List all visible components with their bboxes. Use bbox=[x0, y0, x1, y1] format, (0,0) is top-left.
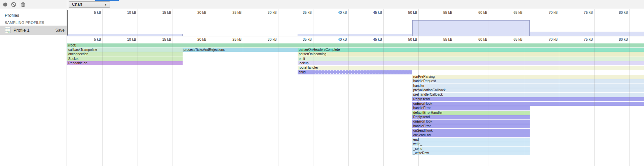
flame-frame-handler[interactable]: handler bbox=[412, 84, 644, 88]
flame-frame-label: Socket bbox=[67, 57, 183, 61]
toolbar-divider bbox=[18, 2, 18, 7]
flame-frame-label: handleError bbox=[412, 106, 530, 110]
frame-dotted-texture bbox=[313, 70, 412, 74]
flame-frame-reply-send[interactable]: Reply.send bbox=[412, 97, 644, 101]
flame-frame-onerrorhook[interactable]: onErrorHook bbox=[412, 102, 644, 106]
flame-frame-callbacktrampoline[interactable]: callbackTrampoline bbox=[67, 48, 183, 52]
flame-frame-label: _send bbox=[412, 147, 530, 151]
flame-frame-label: onErrorHook bbox=[412, 102, 644, 106]
overview-area-step[interactable] bbox=[412, 20, 530, 36]
save-profile-link[interactable]: Save bbox=[55, 28, 65, 33]
flame-frame-label: write_ bbox=[412, 142, 530, 146]
flame-frame-label: onSendEnd bbox=[412, 133, 530, 137]
flame-frame-onsendend[interactable]: onSendEnd bbox=[412, 133, 530, 137]
chart-view-select-value: Chart bbox=[72, 2, 82, 7]
flame-frame-defaulterrorhandler[interactable]: defaultErrorHandler bbox=[412, 111, 530, 115]
flame-frame-onconnection[interactable]: onconnection bbox=[67, 52, 183, 56]
flame-frame-prevalidationcallback[interactable]: preValidationCallback bbox=[412, 88, 644, 92]
sidebar-item-profile-1[interactable]: % Profile 1 Save bbox=[0, 26, 67, 35]
sidebar: Profiles SAMPLING PROFILES % Profile 1 S… bbox=[0, 9, 67, 166]
overview-area-step[interactable] bbox=[298, 34, 412, 36]
flame-frame-prehandlercallback[interactable]: preHandlerCallback bbox=[412, 93, 644, 97]
svg-text:%: % bbox=[8, 31, 10, 33]
flame-frame-processticksandrejections[interactable]: processTicksAndRejections bbox=[183, 48, 298, 52]
flame-frame-root[interactable]: (root) bbox=[67, 43, 644, 47]
profile-document-icon: % bbox=[5, 27, 11, 34]
flame-frame-reply-send[interactable]: Reply.send bbox=[412, 115, 530, 119]
profiler-window: Chart ▼ Profiles SAMPLING PROFILES % Pro… bbox=[0, 0, 644, 166]
flame-frame-onerrorhook[interactable]: onErrorHook bbox=[412, 120, 530, 124]
flame-frame-emit[interactable]: emit bbox=[298, 57, 644, 61]
flame-frame-write[interactable]: write_ bbox=[412, 142, 530, 146]
clear-icon[interactable] bbox=[11, 2, 16, 7]
flame-frame-label: Readable.on bbox=[67, 61, 183, 65]
chevron-down-icon: ▼ bbox=[104, 2, 107, 7]
sidebar-title: Profiles bbox=[5, 13, 19, 18]
flame-frame-label: parserOnHeadersComplete bbox=[298, 48, 644, 52]
flame-frame-label: onconnection bbox=[67, 52, 183, 56]
flame-frame-label: lookup bbox=[298, 61, 644, 65]
flame-frame-label: Reply.send bbox=[412, 97, 644, 101]
flame-frame-end[interactable]: end bbox=[412, 138, 530, 142]
flame-frame-label: preHandlerCallback bbox=[412, 93, 644, 97]
flame-frame-routehandler[interactable]: routeHandler bbox=[298, 66, 644, 70]
profile-name: Profile 1 bbox=[13, 28, 30, 33]
flame-ruler bbox=[67, 36, 644, 43]
flame-frame-lookup[interactable]: lookup bbox=[298, 61, 644, 65]
sampling-profiles-header: SAMPLING PROFILES bbox=[5, 21, 44, 25]
flame-frame-label: callbackTrampoline bbox=[67, 48, 183, 52]
flame-frame-label: onErrorHook bbox=[412, 120, 530, 124]
flame-frame-label: emit bbox=[298, 57, 644, 61]
active-tab-indicator bbox=[95, 0, 119, 1]
flame-frame-label: handler bbox=[412, 84, 644, 88]
flame-frame-label: handleRequest bbox=[412, 79, 644, 83]
memory-overview-pane[interactable] bbox=[67, 9, 644, 36]
chart-main: (root)callbackTrampolineprocessTicksAndR… bbox=[67, 9, 644, 166]
flame-frame-label: (root) bbox=[67, 43, 644, 47]
flame-frame-handlerequest[interactable]: handleRequest bbox=[412, 79, 644, 83]
record-icon[interactable] bbox=[3, 2, 8, 7]
flame-frame-label: routeHandler bbox=[298, 66, 644, 70]
flame-frame-writeraw[interactable]: _writeRaw bbox=[412, 151, 530, 155]
flame-frame-label: _writeRaw bbox=[412, 151, 530, 155]
chart-view-select[interactable]: Chart ▼ bbox=[69, 1, 110, 8]
flame-frame-label: Reply.send bbox=[412, 115, 530, 119]
flame-frame-parseronheaderscomplete[interactable]: parserOnHeadersComplete bbox=[298, 48, 644, 52]
flame-frame-send[interactable]: _send bbox=[412, 147, 530, 151]
flame-frame-label: defaultErrorHandler bbox=[412, 111, 530, 115]
flame-chart: (root)callbackTrampolineprocessTicksAndR… bbox=[67, 43, 644, 166]
flame-frame-runpreparsing[interactable]: runPreParsing bbox=[412, 75, 644, 79]
flame-frame-label: end bbox=[412, 138, 530, 142]
flame-frame-readable-on[interactable]: Readable.on bbox=[67, 61, 183, 65]
flame-frame-socket[interactable]: Socket bbox=[67, 57, 183, 61]
flame-frame-handleerror[interactable]: handleError bbox=[412, 124, 530, 128]
flame-frame-label: processTicksAndRejections bbox=[183, 48, 298, 52]
flame-frame-label: runPreParsing bbox=[412, 75, 644, 79]
flame-frame-handleerror[interactable]: handleError bbox=[412, 106, 530, 110]
toolbar: Chart ▼ bbox=[0, 0, 644, 9]
panel-divider bbox=[67, 0, 67, 9]
flame-frame-label: onSendHook bbox=[412, 129, 530, 133]
trash-icon[interactable] bbox=[21, 2, 26, 7]
flame-frame-label: preValidationCallback bbox=[412, 88, 644, 92]
overview-left-grip[interactable] bbox=[67, 10, 68, 35]
flame-frame-label: handleError bbox=[412, 124, 530, 128]
overview-area-step[interactable] bbox=[67, 34, 183, 36]
flame-frame-label: parserOnIncoming bbox=[298, 52, 644, 56]
overview-area-step[interactable] bbox=[530, 32, 644, 36]
flame-frame-parseronincoming[interactable]: parserOnIncoming bbox=[298, 52, 644, 56]
flame-frame-child[interactable]: child bbox=[298, 70, 412, 74]
flame-frame-onsendhook[interactable]: onSendHook bbox=[412, 129, 530, 133]
